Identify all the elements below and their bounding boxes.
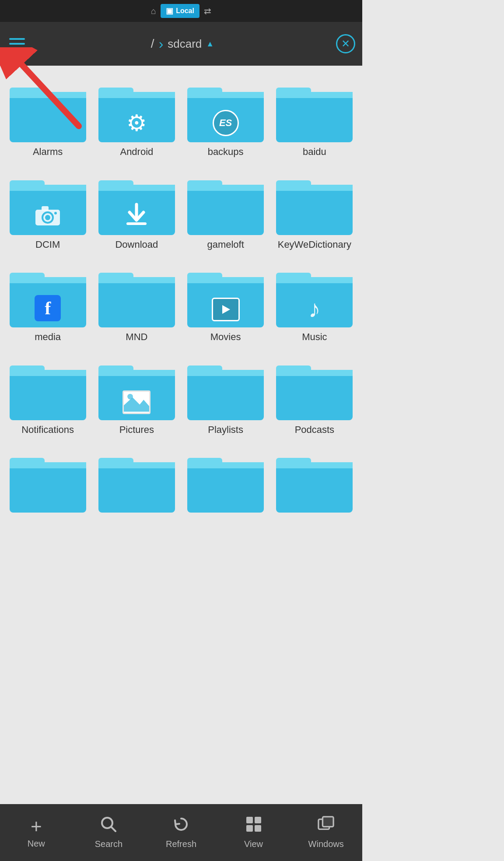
svg-rect-65 [98,462,175,513]
svg-rect-47 [10,370,86,420]
svg-rect-32 [276,185,353,191]
new-icon: + [31,817,42,836]
folder-alarms-label: Alarms [33,146,63,158]
folder-row5-1[interactable] [4,445,91,520]
folder-playlists-label: Playlists [208,424,243,436]
svg-rect-63 [10,462,86,468]
folder-keywedict[interactable]: KeyWeDictionary [271,167,358,256]
main-content: Alarms ⚙ Android [0,66,362,804]
svg-rect-10 [187,92,264,98]
svg-point-21 [54,212,57,214]
folder-media[interactable]: f media [4,260,91,348]
folder-download-label: Download [115,239,158,251]
svg-rect-29 [187,185,264,191]
folder-keywedict-label: KeyWeDictionary [278,239,351,251]
svg-rect-12 [276,92,353,142]
folder-dcim-icon [10,172,86,235]
nav-bar: / › sdcard ▲ ✕ [0,22,362,66]
windows-icon [318,816,334,836]
svg-rect-62 [10,462,86,513]
folder-android[interactable]: ⚙ Android [93,74,180,163]
svg-point-19 [45,215,50,220]
svg-rect-7 [98,92,175,98]
svg-rect-80 [323,817,334,827]
folder-playlists-icon [187,357,264,420]
folder-notifications-label: Notifications [21,424,74,436]
folder-row5-4-icon [276,449,353,513]
folder-android-label: Android [120,146,153,158]
toolbar-new[interactable]: + New [0,804,73,861]
hamburger-line-3 [9,48,25,49]
svg-rect-4 [10,92,86,98]
folder-backups[interactable]: ES backups [182,74,269,163]
folder-baidu[interactable]: baidu [271,74,358,163]
folder-download-icon [98,172,175,235]
folder-backups-label: backups [208,146,244,158]
view-icon [245,816,262,836]
view-label: View [244,839,263,849]
folder-music-icon: ♪ [276,264,353,327]
folder-playlists[interactable]: Playlists [182,352,269,441]
folder-alarms[interactable]: Alarms [4,74,91,163]
svg-rect-75 [246,817,253,823]
windows-label: Windows [308,839,344,849]
svg-rect-51 [98,370,175,376]
close-button[interactable]: ✕ [336,34,355,53]
svg-rect-56 [187,370,264,420]
folder-gameloft[interactable]: gameloft [182,167,269,256]
folder-movies-label: Movies [210,331,241,344]
svg-rect-69 [187,462,264,468]
connect-icon: ⇄ [204,6,211,16]
tablet-icon: ▣ [166,6,173,16]
svg-rect-78 [255,825,261,832]
toolbar-view[interactable]: View [217,804,290,861]
folder-dcim[interactable]: DCIM [4,167,91,256]
folder-row5-4[interactable] [271,445,358,520]
local-badge[interactable]: ▣ Local [161,4,200,18]
folder-pictures[interactable]: Pictures [93,352,180,441]
svg-rect-77 [246,825,253,832]
svg-rect-38 [98,277,175,283]
folder-android-icon: ⚙ [98,79,175,142]
hamburger-button[interactable] [7,33,29,55]
hamburger-line-1 [9,38,25,40]
folder-row5-3[interactable] [182,445,269,520]
svg-marker-42 [222,305,230,314]
folder-music-label: Music [302,331,327,344]
nav-path: / › sdcard ▲ [34,36,331,52]
folder-music[interactable]: ♪ Music [271,260,358,348]
folder-pictures-label: Pictures [119,424,154,436]
signal-icon: ▲ [206,39,214,49]
folder-notifications[interactable]: Notifications [4,352,91,441]
bottom-toolbar: + New Search Refresh V [0,804,362,861]
folder-podcasts[interactable]: Podcasts [271,352,358,441]
toolbar-windows[interactable]: Windows [290,804,362,861]
svg-rect-24 [98,185,175,191]
svg-rect-59 [276,370,353,420]
refresh-icon [173,816,189,836]
folder-media-icon: f [10,264,86,327]
search-label: Search [95,839,122,849]
folder-row5-2-icon [98,449,175,513]
toolbar-refresh[interactable]: Refresh [145,804,217,861]
folder-row5-3-icon [187,449,264,513]
svg-rect-28 [187,185,264,235]
folder-backups-icon: ES [187,79,264,142]
hamburger-line-2 [9,43,25,45]
svg-rect-13 [276,92,353,98]
folder-mnd[interactable]: MND [93,260,180,348]
toolbar-search[interactable]: Search [73,804,145,861]
folder-keywedict-icon [276,172,353,235]
svg-rect-41 [187,277,264,283]
svg-rect-60 [276,370,353,376]
folder-baidu-label: baidu [303,146,326,158]
folder-movies[interactable]: Movies [182,260,269,348]
folder-gameloft-icon [187,172,264,235]
folder-row5-1-icon [10,449,86,513]
folder-gameloft-label: gameloft [207,239,244,251]
status-bar: ⌂ ▣ Local ⇄ [0,0,362,22]
svg-rect-3 [10,92,86,142]
folder-row5-2[interactable] [93,445,180,520]
folder-download[interactable]: Download [93,167,180,256]
svg-rect-68 [187,462,264,513]
